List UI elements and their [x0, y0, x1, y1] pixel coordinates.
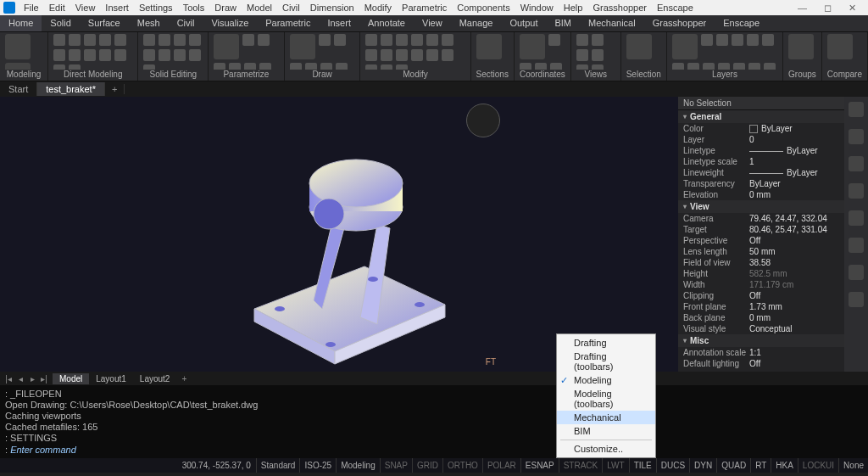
ribbon-icon[interactable]	[411, 49, 423, 61]
ribbon-tab-parametric[interactable]: Parametric	[257, 15, 319, 31]
status-cell-iso-25[interactable]: ISO-25	[299, 458, 336, 473]
ribbon-icon[interactable]	[365, 49, 377, 61]
ribbon-icon[interactable]	[576, 49, 588, 61]
ribbon-icon[interactable]	[426, 34, 438, 46]
doc-tab[interactable]: Start	[0, 82, 37, 96]
ribbon-tab-home[interactable]: Home	[0, 15, 42, 31]
property-value[interactable]: 0 mm	[749, 190, 839, 199]
navigation-cube-icon[interactable]	[466, 104, 500, 137]
tool-icon[interactable]	[849, 102, 864, 117]
properties-section[interactable]: Misc	[678, 334, 844, 347]
property-value[interactable]: ByLayer	[749, 168, 839, 177]
ribbon-icon[interactable]	[520, 63, 531, 70]
ribbon-icon[interactable]	[5, 34, 31, 59]
ribbon-icon[interactable]	[53, 49, 65, 61]
status-cell-polar[interactable]: POLAR	[482, 458, 520, 473]
ribbon-icon[interactable]	[747, 34, 759, 46]
menu-file[interactable]: File	[19, 3, 44, 13]
status-cell-lwt[interactable]: LWT	[602, 458, 628, 473]
property-value[interactable]: Off	[749, 291, 839, 300]
ribbon-icon[interactable]	[259, 63, 271, 70]
ribbon-icon[interactable]	[114, 34, 126, 46]
property-value[interactable]: Off	[749, 236, 839, 245]
property-row[interactable]: Width171.179 cm	[678, 279, 844, 290]
menu-enscape[interactable]: Enscape	[652, 3, 698, 13]
ribbon-tab-mechanical[interactable]: Mechanical	[580, 15, 644, 31]
ribbon-icon[interactable]	[174, 34, 186, 46]
ribbon-icon[interactable]	[99, 34, 111, 46]
ribbon-icon[interactable]	[396, 49, 408, 61]
menu-grasshopper[interactable]: Grasshopper	[587, 3, 652, 13]
property-row[interactable]: Layer0	[678, 134, 844, 145]
ribbon-icon[interactable]	[426, 49, 438, 61]
ribbon-icon[interactable]	[576, 34, 588, 46]
property-row[interactable]: Field of view38.58	[678, 257, 844, 268]
property-row[interactable]: Target80.46, 25.47, 331.04	[678, 224, 844, 235]
property-value[interactable]: 0	[749, 135, 839, 144]
menu-insert[interactable]: Insert	[100, 3, 134, 13]
ribbon-icon[interactable]	[336, 63, 348, 70]
property-value[interactable]: 1.73 mm	[749, 302, 839, 311]
status-cell-grid[interactable]: GRID	[412, 458, 442, 473]
status-cell-standard[interactable]: Standard	[256, 458, 300, 473]
menu-modify[interactable]: Modify	[359, 3, 397, 13]
property-row[interactable]: Lens length50 mm	[678, 246, 844, 257]
ribbon-icon[interactable]	[520, 34, 545, 59]
property-value[interactable]: 582.5 mm	[749, 269, 839, 278]
menu-edit[interactable]: Edit	[44, 3, 70, 13]
property-row[interactable]: Annotation scale1:1	[678, 347, 844, 358]
ribbon-icon[interactable]	[214, 34, 239, 59]
ribbon-icon[interactable]	[189, 34, 201, 46]
next-icon[interactable]: ▸	[27, 374, 37, 384]
ribbon-icon[interactable]	[69, 34, 81, 46]
property-value[interactable]: 171.179 cm	[749, 280, 839, 289]
context-menu-item[interactable]: Modeling (toolbars)	[557, 387, 655, 411]
properties-section[interactable]: General	[678, 110, 844, 123]
menu-settings[interactable]: Settings	[134, 3, 178, 13]
menu-help[interactable]: Help	[559, 3, 588, 13]
add-doc-tab[interactable]: +	[105, 84, 125, 94]
property-value[interactable]: 38.58	[749, 258, 839, 267]
context-menu-item[interactable]: BIM	[557, 424, 655, 438]
ribbon-icon[interactable]	[84, 49, 96, 61]
property-value[interactable]: 50 mm	[749, 247, 839, 256]
property-value[interactable]: 0 mm	[749, 313, 839, 322]
command-input[interactable]: : Enter command	[5, 445, 863, 455]
ribbon-icon[interactable]	[365, 34, 377, 46]
status-cell-ducs[interactable]: DUCS	[656, 458, 689, 473]
ribbon-icon[interactable]	[319, 34, 331, 46]
ribbon-icon[interactable]	[687, 63, 699, 70]
menu-parametric[interactable]: Parametric	[397, 3, 452, 13]
ribbon-tab-output[interactable]: Output	[501, 15, 546, 31]
ribbon-icon[interactable]	[550, 63, 562, 70]
property-row[interactable]: ClippingOff	[678, 290, 844, 301]
menu-window[interactable]: Window	[515, 3, 559, 13]
ribbon-icon[interactable]	[334, 34, 346, 46]
ribbon-tab-civil[interactable]: Civil	[169, 15, 203, 31]
ribbon-icon[interactable]	[159, 34, 170, 46]
layout-tab[interactable]: Layout2	[133, 373, 177, 384]
ribbon-icon[interactable]	[214, 63, 225, 70]
ribbon-icon[interactable]	[290, 34, 315, 59]
close-icon[interactable]: ✕	[843, 3, 861, 14]
menu-civil[interactable]: Civil	[277, 3, 305, 13]
context-menu-item[interactable]: Drafting (toolbars)	[557, 350, 655, 373]
ribbon-tab-mesh[interactable]: Mesh	[129, 15, 169, 31]
ribbon-tab-insert[interactable]: Insert	[319, 15, 359, 31]
property-row[interactable]: PerspectiveOff	[678, 235, 844, 246]
ribbon-icon[interactable]	[159, 49, 170, 61]
context-menu-item[interactable]: Drafting	[557, 336, 655, 350]
ribbon-icon[interactable]	[242, 34, 254, 46]
ribbon-tab-solid[interactable]: Solid	[42, 15, 79, 31]
menu-view[interactable]: View	[70, 3, 101, 13]
ribbon-tab-grasshopper[interactable]: Grasshopper	[644, 15, 715, 31]
ribbon-icon[interactable]	[53, 34, 65, 46]
property-row[interactable]: Visual styleConceptual	[678, 323, 844, 334]
status-cell-strack[interactable]: STRACK	[559, 458, 603, 473]
ribbon-icon[interactable]	[143, 34, 155, 46]
first-icon[interactable]: |◂	[3, 374, 14, 384]
ribbon-icon[interactable]	[411, 34, 423, 46]
property-row[interactable]: Linetype scale1	[678, 156, 844, 167]
command-window[interactable]: : _FILEOPENOpen Drawing: C:\Users\Rose\D…	[0, 385, 868, 458]
property-value[interactable]: 80.46, 25.47, 331.04	[749, 225, 839, 234]
